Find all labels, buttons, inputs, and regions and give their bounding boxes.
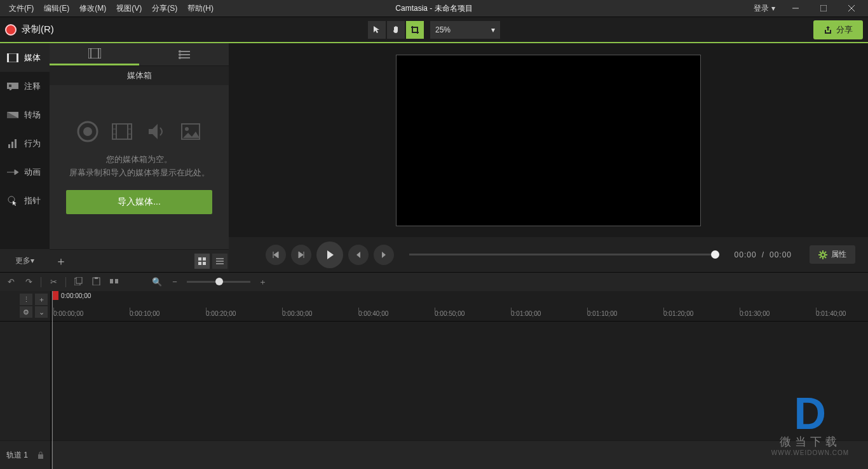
- ruler-tick: 0:01:30;00: [740, 310, 770, 317]
- media-tab-list[interactable]: [139, 43, 229, 65]
- list-icon: [216, 257, 224, 265]
- add-track-button[interactable]: ＋: [35, 294, 48, 305]
- sidebar-cursor[interactable]: 指针: [0, 186, 50, 215]
- preview-canvas[interactable]: [396, 55, 701, 226]
- svg-rect-6: [17, 53, 18, 62]
- step-forward-button[interactable]: [374, 245, 394, 265]
- ruler-tick: 0:00:20;00: [206, 310, 236, 317]
- collapse-track-button[interactable]: ⌄: [35, 306, 48, 318]
- login-button[interactable]: 登录 ▾: [749, 3, 780, 14]
- timeline-tracks[interactable]: 0:00:00;00 0:00:00;000:00:10;000:00:20;0…: [51, 291, 868, 469]
- left-panel: 媒体 注释 转场 行为 动画 指针 更多 ▾ 媒体箱: [0, 43, 229, 272]
- media-tab-bin[interactable]: [50, 43, 139, 65]
- timeline-zoom-slider[interactable]: [187, 281, 250, 283]
- playback-controls: 00:00 / 00:00 属性: [229, 237, 868, 272]
- playhead-line[interactable]: [52, 291, 53, 469]
- canvas-tools: 25% ▾: [368, 21, 500, 39]
- share-icon: [824, 25, 832, 34]
- prev-frame-button[interactable]: [266, 245, 286, 265]
- zoom-select[interactable]: 25% ▾: [430, 21, 500, 39]
- svg-rect-25: [112, 124, 132, 139]
- sidebar-behav[interactable]: 行为: [0, 129, 50, 158]
- zoom-in-button[interactable]: ＋: [257, 276, 268, 288]
- step-back-button[interactable]: [348, 245, 369, 265]
- crop-tool[interactable]: [406, 21, 424, 39]
- sidebar-media[interactable]: 媒体: [0, 43, 50, 72]
- menu-view[interactable]: 视图(V): [111, 3, 147, 14]
- play-button[interactable]: [316, 241, 343, 268]
- svg-rect-47: [115, 279, 118, 283]
- import-media-button[interactable]: 导入媒体...: [66, 190, 212, 214]
- pointer-tool[interactable]: [368, 21, 386, 39]
- toolbar: 录制(R) 25% ▾ 分享: [0, 17, 868, 43]
- menu-help[interactable]: 帮助(H): [182, 3, 219, 14]
- timeline-ruler[interactable]: 0:00:00;000:00:10;000:00:20;000:00:30;00…: [51, 301, 868, 322]
- media-bin-empty: 您的媒体箱为空。 屏幕录制和导入的媒体将显示在此处。 导入媒体...: [50, 85, 229, 249]
- minimize-button[interactable]: [783, 0, 808, 17]
- menubar: 文件(F) 编辑(E) 修改(M) 视图(V) 分享(S) 帮助(H) Camt…: [0, 0, 868, 17]
- empty-line2: 屏幕录制和导入的媒体将显示在此处。: [69, 167, 210, 180]
- record-label: 录制(R): [22, 24, 54, 36]
- share-button[interactable]: 分享: [813, 20, 863, 39]
- undo-button[interactable]: ↶: [5, 277, 17, 287]
- split-button[interactable]: [108, 277, 119, 287]
- track-options-button[interactable]: ⚙: [20, 306, 32, 318]
- playhead[interactable]: 0:00:00;00: [52, 291, 91, 300]
- sidebar-media-label: 媒体: [24, 52, 41, 64]
- svg-rect-14: [88, 48, 101, 58]
- close-button[interactable]: [839, 0, 864, 17]
- maximize-button[interactable]: [811, 0, 836, 17]
- timeline: ⋮＋ ⚙⌄ 轨道 1 0:00:00;00 0:00:00;000:00:10;…: [0, 291, 868, 469]
- track-settings-button[interactable]: ⋮: [20, 294, 32, 305]
- list-view-button[interactable]: [212, 254, 227, 269]
- svg-rect-10: [8, 144, 10, 148]
- svg-rect-36: [198, 262, 201, 265]
- menu-file[interactable]: 文件(F): [4, 3, 39, 14]
- lock-icon[interactable]: [37, 451, 44, 459]
- menu-modify[interactable]: 修改(M): [74, 3, 111, 14]
- hand-tool[interactable]: [387, 21, 405, 39]
- zoom-out-button[interactable]: −: [169, 277, 180, 287]
- ruler-tick: 0:00:30;00: [282, 310, 312, 317]
- sidebar-anim[interactable]: 动画: [0, 158, 50, 186]
- track-name: 轨道 1: [6, 450, 28, 461]
- seek-bar[interactable]: [409, 254, 719, 255]
- ruler-tick: 0:01:40;00: [816, 310, 846, 317]
- properties-label: 属性: [831, 249, 846, 260]
- svg-rect-5: [7, 53, 9, 62]
- paste-button[interactable]: [90, 277, 102, 287]
- copy-button[interactable]: [72, 277, 84, 287]
- media-panel: 媒体箱 您的媒体箱为空。 屏幕录制和导入的媒体将显示在此处。 导入媒体...: [50, 43, 229, 272]
- track-1-lane[interactable]: [51, 440, 868, 469]
- track-1-label[interactable]: 轨道 1: [0, 440, 50, 469]
- zoom-search-icon[interactable]: 🔍: [151, 277, 163, 287]
- login-label: 登录: [754, 3, 769, 14]
- menu-share[interactable]: 分享(S): [147, 3, 182, 14]
- menu-edit[interactable]: 编辑(E): [39, 3, 74, 14]
- sidebar-more[interactable]: 更多 ▾: [0, 249, 50, 272]
- cut-button[interactable]: ✂: [48, 277, 59, 287]
- sidebar-anim-label: 动画: [24, 167, 41, 178]
- media-icon: [6, 53, 19, 63]
- sidebar-trans[interactable]: 转场: [0, 100, 50, 129]
- svg-rect-37: [203, 262, 206, 265]
- properties-button[interactable]: 属性: [810, 245, 855, 264]
- svg-rect-45: [95, 277, 98, 279]
- add-media-button[interactable]: ＋: [50, 250, 72, 273]
- svg-rect-11: [11, 142, 13, 148]
- canvas-area: [229, 43, 868, 237]
- svg-point-21: [179, 53, 181, 56]
- next-frame-button[interactable]: [291, 245, 311, 265]
- gear-icon: [818, 250, 827, 259]
- sidebar-annot[interactable]: 注释: [0, 72, 50, 100]
- duration-time: 00:00: [770, 250, 792, 259]
- grid-view-button[interactable]: [194, 254, 210, 269]
- record-button[interactable]: 录制(R): [5, 24, 54, 36]
- chevron-down-icon: ▾: [771, 4, 775, 13]
- svg-rect-48: [38, 454, 43, 459]
- time-sep: /: [762, 250, 764, 259]
- redo-button[interactable]: ↷: [23, 277, 34, 287]
- chevron-down-icon: ▾: [491, 25, 495, 34]
- svg-rect-8: [9, 85, 11, 87]
- ruler-tick: 0:00:50;00: [435, 310, 465, 317]
